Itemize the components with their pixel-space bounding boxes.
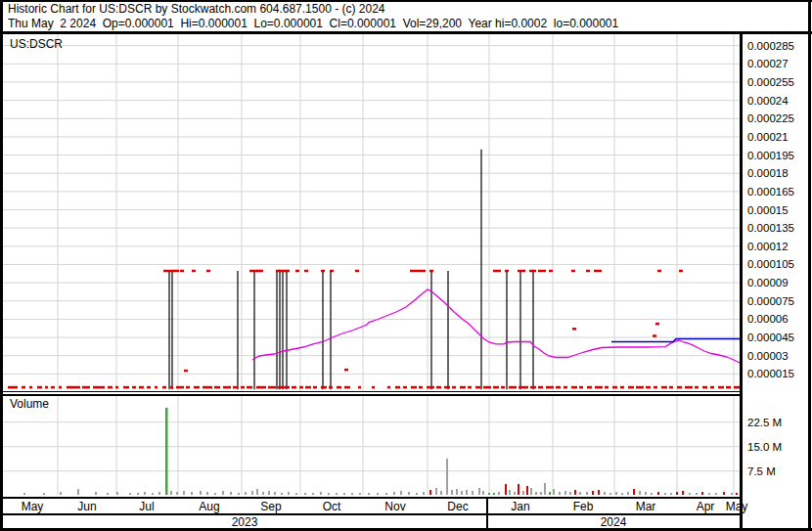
price-tick-label: 0.000255: [747, 76, 794, 88]
volume-bar: [77, 489, 79, 495]
year-label: 2024: [601, 515, 627, 529]
volume-bar: [95, 492, 97, 495]
month-label: Apr: [697, 500, 715, 513]
header-divider: [0, 31, 812, 34]
volume-bar: [377, 493, 379, 495]
volume-bar: [657, 492, 659, 495]
close-tick-low: [22, 386, 25, 389]
month-label: Mar: [636, 500, 656, 513]
volume-bar: [615, 492, 617, 495]
close-tick-low: [29, 386, 32, 389]
price-tick-label: 0.000045: [747, 332, 794, 343]
volume-bar: [200, 491, 202, 495]
close-tick-low: [223, 386, 231, 389]
close-tick-high: [497, 270, 501, 273]
close-tick-low: [256, 386, 266, 389]
price-tick-label: 0.00009: [747, 277, 789, 288]
volume-bar: [456, 489, 458, 495]
volume-bar: [682, 491, 684, 495]
volume-bar: [451, 490, 453, 495]
volume-bar: [736, 493, 738, 495]
close-tick-low: [605, 386, 609, 389]
close-tick-low: [468, 386, 472, 389]
close-tick-low: [162, 386, 166, 389]
year-boundary-divider: [486, 498, 488, 529]
volume-bar: [60, 492, 62, 495]
close-tick-low: [305, 386, 311, 389]
volume-bar: [170, 491, 172, 495]
month-label: Dec: [447, 500, 468, 513]
volume-bar: [304, 493, 306, 495]
close-tick-low: [493, 386, 499, 389]
close-tick-high: [518, 270, 521, 273]
volume-bar: [526, 486, 528, 495]
month-label: Nov: [384, 500, 405, 513]
close-tick-high: [429, 270, 433, 273]
close-tick-high: [304, 270, 308, 273]
price-tick-label: 0.000105: [747, 258, 794, 270]
volume-bar: [274, 492, 276, 495]
close-tick-low: [654, 386, 657, 389]
volume-bar: [312, 493, 314, 495]
month-label: May: [726, 500, 748, 513]
close-tick-low: [321, 386, 327, 389]
close-tick-low: [556, 386, 561, 389]
volume-bar: [230, 492, 232, 495]
close-tick-low: [170, 386, 173, 389]
month-label: Jun: [77, 500, 96, 513]
close-tick-low: [444, 386, 450, 389]
volume-bar: [281, 493, 283, 495]
price-volume-divider-b: [0, 394, 742, 396]
volume-bar: [440, 491, 442, 495]
close-tick-low: [636, 386, 644, 389]
month-label: Jan: [511, 500, 529, 513]
volume-bottom-border: [0, 497, 742, 500]
volume-bar: [482, 491, 484, 495]
close-tick-low: [123, 386, 129, 389]
volume-bar: [633, 489, 635, 495]
close-tick-high: [679, 270, 683, 273]
close-tick-low: [587, 386, 592, 389]
close-tick-low: [661, 386, 667, 389]
close-tick-low: [203, 386, 212, 389]
close-tick-low: [628, 386, 634, 389]
close-tick-low: [387, 386, 390, 389]
volume-bar: [320, 492, 322, 495]
volume-bar: [368, 493, 370, 495]
close-tick-high: [295, 270, 299, 273]
close-tick-high: [505, 270, 509, 273]
volume-bar: [137, 493, 139, 495]
close-tick-low: [460, 386, 466, 389]
close-tick-low: [51, 386, 55, 389]
volume-bar: [429, 490, 431, 495]
volume-bar: [586, 492, 588, 495]
volume-bar: [351, 493, 353, 495]
close-tick-high: [571, 270, 575, 273]
close-tick-low: [67, 386, 80, 389]
price-tick-label: 0.00003: [747, 350, 789, 362]
volume-bar: [664, 493, 666, 495]
close-tick-low: [685, 386, 693, 389]
close-tick-low: [695, 386, 699, 389]
close-tick-low: [411, 386, 417, 389]
price-tick-label: 0.00018: [747, 167, 789, 179]
close-tick-low: [372, 386, 375, 389]
close-tick-low: [37, 386, 42, 389]
close-tick-low: [579, 386, 583, 389]
close-tick-low: [710, 386, 714, 389]
volume-bar: [564, 491, 566, 495]
close-tick-high: [171, 270, 175, 273]
volume-bar: [696, 493, 698, 495]
outer-border-bottom: [0, 528, 812, 531]
close-tick-low: [132, 386, 136, 389]
price-tick-label: 0.000075: [747, 295, 794, 307]
close-tick-high: [206, 270, 210, 273]
close-tick-high: [542, 270, 546, 273]
volume-bar: [689, 493, 691, 495]
volume-bar: [435, 488, 437, 495]
close-tick-low: [115, 386, 118, 389]
volume-bar: [158, 492, 160, 495]
volume-tick-label: 15.0 M: [747, 441, 782, 453]
close-tick-high: [192, 270, 196, 273]
volume-bar: [478, 488, 480, 495]
